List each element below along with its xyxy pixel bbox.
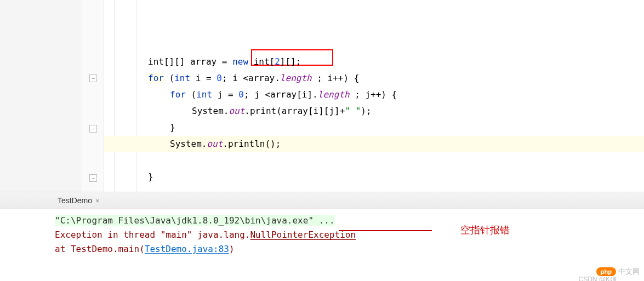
tab-testdemo[interactable]: TestDemo × [52, 196, 105, 205]
fold-icon[interactable] [89, 174, 97, 182]
code-line: System.out.print(array[i][j]+" "); [104, 103, 644, 119]
editor-gutter [0, 0, 104, 192]
fold-icon[interactable] [89, 125, 97, 133]
watermark-csdn: CSDN @K婶 [578, 275, 617, 281]
code-line: } [104, 169, 644, 185]
console-stacktrace-line: at TestDemo.main(TestDemo.java:83) [55, 242, 589, 256]
code-line: System.out.println(); [104, 136, 644, 152]
fold-icon[interactable] [89, 74, 97, 82]
code-line: int[][] array = new int[2][]; [104, 54, 644, 70]
annotation-line [339, 230, 432, 231]
code-line [104, 152, 644, 169]
console-output: "C:\Program Files\Java\jdk1.8.0_192\bin\… [0, 209, 644, 261]
code-content[interactable]: int[][] array = new int[2][]; for (int i… [104, 0, 644, 192]
code-line: } [104, 119, 644, 136]
code-line: for (int i = 0; i <array.length ; i++) { [104, 70, 644, 87]
source-link[interactable]: TestDemo.java:83 [145, 244, 229, 254]
code-editor: int[][] array = new int[2][]; for (int i… [0, 0, 644, 192]
annotation-text: 空指针报错 [460, 223, 510, 237]
console-tab-bar: TestDemo × [0, 192, 644, 209]
tab-label: TestDemo [58, 196, 92, 205]
code-line: for (int j = 0; j <array[i].length ; j++… [104, 87, 644, 103]
close-icon[interactable]: × [95, 197, 100, 205]
